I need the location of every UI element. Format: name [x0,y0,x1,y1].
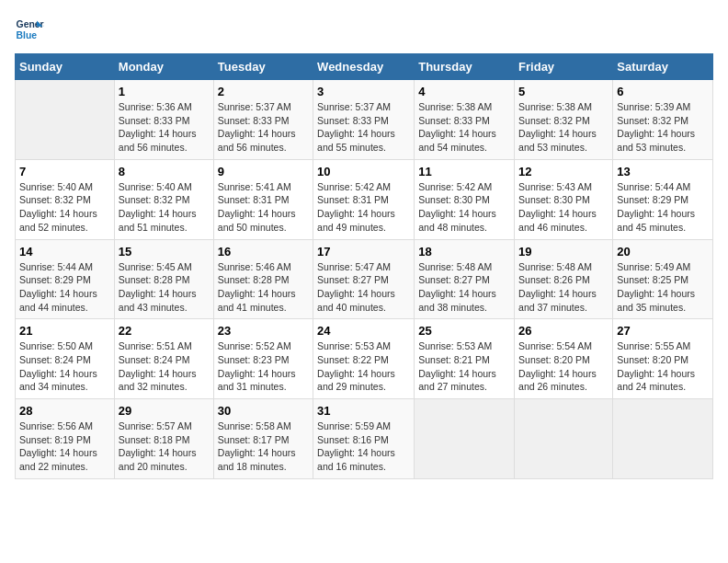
day-info: Sunrise: 5:42 AM Sunset: 8:31 PM Dayligh… [317,180,410,235]
calendar-cell [515,399,613,479]
column-header-sunday: Sunday [16,54,115,80]
calendar-week-row: 28Sunrise: 5:56 AM Sunset: 8:19 PM Dayli… [16,399,713,479]
date-number: 9 [218,165,309,178]
calendar-cell: 4Sunrise: 5:38 AM Sunset: 8:33 PM Daylig… [415,80,515,160]
page-header: General Blue [15,15,713,44]
calendar-week-row: 1Sunrise: 5:36 AM Sunset: 8:33 PM Daylig… [16,80,713,160]
calendar-cell: 14Sunrise: 5:44 AM Sunset: 8:29 PM Dayli… [16,239,115,319]
calendar-week-row: 7Sunrise: 5:40 AM Sunset: 8:32 PM Daylig… [16,159,713,239]
calendar-cell: 30Sunrise: 5:58 AM Sunset: 8:17 PM Dayli… [213,399,313,479]
day-info: Sunrise: 5:48 AM Sunset: 8:26 PM Dayligh… [518,260,609,315]
column-header-saturday: Saturday [613,54,713,80]
day-info: Sunrise: 5:42 AM Sunset: 8:30 PM Dayligh… [418,180,510,235]
calendar-cell [613,399,713,479]
day-info: Sunrise: 5:49 AM Sunset: 8:25 PM Dayligh… [617,260,709,315]
calendar-cell: 29Sunrise: 5:57 AM Sunset: 8:18 PM Dayli… [114,399,213,479]
day-info: Sunrise: 5:39 AM Sunset: 8:32 PM Dayligh… [617,100,709,155]
calendar-cell: 6Sunrise: 5:39 AM Sunset: 8:32 PM Daylig… [613,80,713,160]
date-number: 28 [19,404,110,418]
date-number: 2 [218,85,309,98]
calendar-cell: 3Sunrise: 5:37 AM Sunset: 8:33 PM Daylig… [313,80,415,160]
date-number: 22 [119,324,210,338]
column-header-wednesday: Wednesday [313,54,415,80]
day-info: Sunrise: 5:53 AM Sunset: 8:21 PM Dayligh… [418,339,510,394]
date-number: 24 [317,324,410,338]
calendar-cell: 27Sunrise: 5:55 AM Sunset: 8:20 PM Dayli… [613,319,713,399]
date-number: 12 [518,165,609,178]
day-info: Sunrise: 5:57 AM Sunset: 8:18 PM Dayligh… [119,419,210,474]
day-info: Sunrise: 5:58 AM Sunset: 8:17 PM Dayligh… [218,419,309,474]
day-info: Sunrise: 5:40 AM Sunset: 8:32 PM Dayligh… [19,180,110,235]
calendar-cell: 8Sunrise: 5:40 AM Sunset: 8:32 PM Daylig… [114,159,213,239]
day-info: Sunrise: 5:56 AM Sunset: 8:19 PM Dayligh… [19,419,110,474]
calendar-cell: 18Sunrise: 5:48 AM Sunset: 8:27 PM Dayli… [415,239,515,319]
day-info: Sunrise: 5:38 AM Sunset: 8:33 PM Dayligh… [418,100,510,155]
date-number: 19 [518,245,609,259]
day-info: Sunrise: 5:41 AM Sunset: 8:31 PM Dayligh… [218,180,309,235]
day-info: Sunrise: 5:38 AM Sunset: 8:32 PM Dayligh… [518,100,609,155]
column-header-tuesday: Tuesday [213,54,313,80]
date-number: 14 [19,245,110,259]
calendar-cell: 16Sunrise: 5:46 AM Sunset: 8:28 PM Dayli… [213,239,313,319]
date-number: 7 [19,165,110,178]
day-info: Sunrise: 5:37 AM Sunset: 8:33 PM Dayligh… [218,100,309,155]
date-number: 31 [317,404,410,418]
calendar-cell: 10Sunrise: 5:42 AM Sunset: 8:31 PM Dayli… [313,159,415,239]
calendar-cell: 2Sunrise: 5:37 AM Sunset: 8:33 PM Daylig… [213,80,313,160]
calendar-cell: 28Sunrise: 5:56 AM Sunset: 8:19 PM Dayli… [16,399,115,479]
calendar-cell [415,399,515,479]
date-number: 11 [418,165,510,178]
calendar-cell: 5Sunrise: 5:38 AM Sunset: 8:32 PM Daylig… [515,80,613,160]
column-header-monday: Monday [114,54,213,80]
logo-icon: General Blue [15,15,44,44]
calendar-cell: 31Sunrise: 5:59 AM Sunset: 8:16 PM Dayli… [313,399,415,479]
date-number: 18 [418,245,510,259]
date-number: 8 [119,165,210,178]
calendar-cell: 26Sunrise: 5:54 AM Sunset: 8:20 PM Dayli… [515,319,613,399]
day-info: Sunrise: 5:40 AM Sunset: 8:32 PM Dayligh… [119,180,210,235]
svg-text:Blue: Blue [17,30,38,40]
date-number: 10 [317,165,410,178]
day-info: Sunrise: 5:59 AM Sunset: 8:16 PM Dayligh… [317,419,410,474]
calendar-cell: 17Sunrise: 5:47 AM Sunset: 8:27 PM Dayli… [313,239,415,319]
day-info: Sunrise: 5:53 AM Sunset: 8:22 PM Dayligh… [317,339,410,394]
calendar-cell: 7Sunrise: 5:40 AM Sunset: 8:32 PM Daylig… [16,159,115,239]
calendar-week-row: 21Sunrise: 5:50 AM Sunset: 8:24 PM Dayli… [16,319,713,399]
day-info: Sunrise: 5:47 AM Sunset: 8:27 PM Dayligh… [317,260,410,315]
calendar-cell: 20Sunrise: 5:49 AM Sunset: 8:25 PM Dayli… [613,239,713,319]
day-info: Sunrise: 5:44 AM Sunset: 8:29 PM Dayligh… [19,260,110,315]
calendar-cell: 9Sunrise: 5:41 AM Sunset: 8:31 PM Daylig… [213,159,313,239]
date-number: 3 [317,85,410,98]
calendar-cell: 19Sunrise: 5:48 AM Sunset: 8:26 PM Dayli… [515,239,613,319]
calendar-cell: 12Sunrise: 5:43 AM Sunset: 8:30 PM Dayli… [515,159,613,239]
calendar-cell: 11Sunrise: 5:42 AM Sunset: 8:30 PM Dayli… [415,159,515,239]
day-info: Sunrise: 5:50 AM Sunset: 8:24 PM Dayligh… [19,339,110,394]
date-number: 4 [418,85,510,98]
day-info: Sunrise: 5:46 AM Sunset: 8:28 PM Dayligh… [218,260,309,315]
date-number: 16 [218,245,309,259]
calendar-cell: 24Sunrise: 5:53 AM Sunset: 8:22 PM Dayli… [313,319,415,399]
calendar-header-row: SundayMondayTuesdayWednesdayThursdayFrid… [16,54,713,80]
date-number: 17 [317,245,410,259]
date-number: 29 [119,404,210,418]
date-number: 23 [218,324,309,338]
day-info: Sunrise: 5:37 AM Sunset: 8:33 PM Dayligh… [317,100,410,155]
calendar-cell: 15Sunrise: 5:45 AM Sunset: 8:28 PM Dayli… [114,239,213,319]
day-info: Sunrise: 5:55 AM Sunset: 8:20 PM Dayligh… [617,339,709,394]
calendar-table: SundayMondayTuesdayWednesdayThursdayFrid… [15,53,713,479]
column-header-friday: Friday [515,54,613,80]
date-number: 15 [119,245,210,259]
calendar-cell: 25Sunrise: 5:53 AM Sunset: 8:21 PM Dayli… [415,319,515,399]
date-number: 5 [518,85,609,98]
date-number: 26 [518,324,609,338]
calendar-cell: 22Sunrise: 5:51 AM Sunset: 8:24 PM Dayli… [114,319,213,399]
day-info: Sunrise: 5:44 AM Sunset: 8:29 PM Dayligh… [617,180,709,235]
day-info: Sunrise: 5:45 AM Sunset: 8:28 PM Dayligh… [119,260,210,315]
day-info: Sunrise: 5:52 AM Sunset: 8:23 PM Dayligh… [218,339,309,394]
date-number: 30 [218,404,309,418]
logo: General Blue [15,15,44,44]
day-info: Sunrise: 5:54 AM Sunset: 8:20 PM Dayligh… [518,339,609,394]
calendar-cell: 13Sunrise: 5:44 AM Sunset: 8:29 PM Dayli… [613,159,713,239]
column-header-thursday: Thursday [415,54,515,80]
date-number: 27 [617,324,709,338]
